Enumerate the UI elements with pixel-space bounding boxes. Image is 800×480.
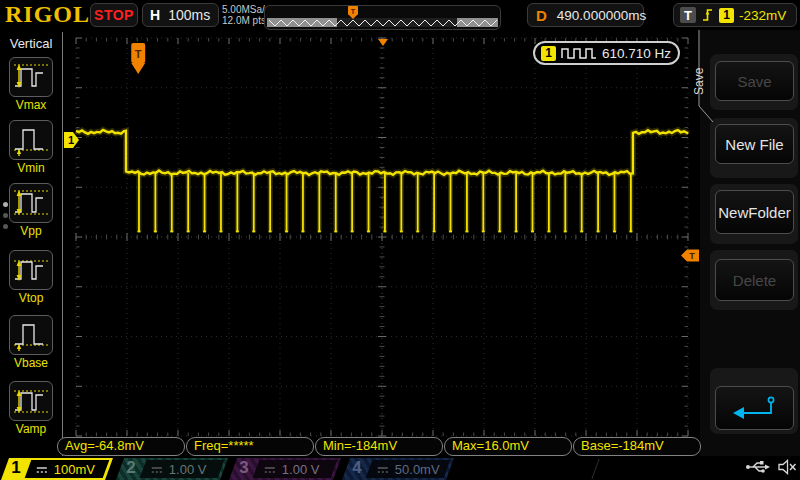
run-state-badge: STOP — [90, 3, 138, 27]
channel-scale: 100mV — [54, 462, 95, 477]
sidebar-item-label: Vpp — [0, 224, 62, 238]
channel-4-status[interactable]: 4 50.0mV — [342, 458, 454, 480]
channel-3-status[interactable]: 3 1.00 V — [229, 458, 341, 480]
svg-text:T: T — [351, 8, 356, 15]
channel-number: 4 — [352, 458, 361, 478]
graticule: TT1 — [64, 32, 700, 444]
run-state-text: STOP — [94, 7, 134, 23]
measurement-min: Min=-184mV — [315, 437, 443, 456]
vmax-icon — [9, 57, 53, 97]
vpp-icon — [9, 183, 53, 223]
svg-text:T: T — [135, 48, 142, 60]
sidebar-item-vmin[interactable]: Vmin — [0, 120, 62, 175]
frequency-counter: 1 610.710 Hz — [533, 41, 680, 65]
acquisition-info: 5.00MSa/s 12.0M pts — [222, 4, 270, 26]
sidebar-item-vmax[interactable]: Vmax — [0, 57, 62, 112]
vamp-icon — [9, 381, 53, 421]
sidebar-item-vpp[interactable]: Vpp — [0, 183, 62, 238]
rigol-logo: RIGOL — [5, 1, 90, 28]
dc-coupling-icon — [376, 464, 390, 474]
delay-prefix: D — [536, 7, 547, 24]
channel-scale-box: 1.00 V — [253, 460, 338, 478]
vmin-icon — [9, 120, 53, 160]
channel-1-status[interactable]: 1 100mV — [1, 458, 113, 480]
channel-number: 3 — [239, 458, 248, 478]
menu-back-button[interactable] — [715, 386, 794, 430]
timebase-value: 100ms — [168, 7, 210, 23]
system-status-icons — [745, 459, 797, 475]
vbase-icon — [9, 315, 53, 355]
new-folder-button[interactable]: NewFolder — [715, 190, 794, 234]
measurement-avg: Avg=-64.8mV — [57, 437, 185, 456]
measurement-base: Base=-184mV — [573, 437, 701, 456]
vtop-icon — [9, 250, 53, 290]
return-arrow-icon — [729, 393, 781, 423]
usb-icon — [745, 459, 771, 475]
trigger-level-value: -232mV — [739, 8, 786, 23]
channel-scale: 1.00 V — [169, 462, 207, 477]
measurement-freq: Freq=***** — [186, 437, 314, 456]
channel-scale-box: 50.0mV — [366, 460, 451, 478]
svg-text:1: 1 — [68, 134, 74, 146]
page-dot-2 — [3, 213, 8, 218]
channel-scale: 1.00 V — [282, 462, 320, 477]
timebase-prefix: H — [150, 7, 160, 23]
delay-value: 490.000000ms — [557, 8, 646, 23]
dc-coupling-icon — [263, 464, 277, 474]
channel-2-status[interactable]: 2 1.00 V — [116, 458, 228, 480]
rising-edge-icon — [701, 7, 714, 23]
sidebar-title: Vertical — [0, 36, 62, 51]
sidebar-item-vbase[interactable]: Vbase — [0, 315, 62, 370]
dc-coupling-icon — [35, 464, 49, 474]
sidebar-item-label: Vtop — [0, 291, 62, 305]
dc-coupling-icon — [150, 464, 164, 474]
oscilloscope-screen: RIGOL STOP H 100ms 5.00MSa/s 12.0M pts T… — [0, 0, 800, 480]
square-wave-icon — [561, 46, 597, 60]
sidebar-item-vamp[interactable]: Vamp — [0, 381, 62, 436]
memory-waveform-icon: T — [265, 6, 500, 29]
channel-scale-box: 1.00 V — [140, 460, 225, 478]
channel-scale: 50.0mV — [395, 462, 440, 477]
trigger-source-chip: 1 — [719, 8, 734, 23]
counter-channel-chip: 1 — [541, 46, 556, 61]
svg-text:T: T — [689, 251, 695, 261]
sidebar-item-label: Vamp — [0, 422, 62, 436]
trigger-info-box: T 1 -232mV — [673, 3, 797, 27]
speaker-muted-icon — [777, 459, 797, 475]
memory-depth: 12.0M pts — [222, 15, 270, 26]
channel-number: 1 — [11, 458, 20, 478]
horizontal-delay-box: D 490.000000ms — [527, 3, 644, 27]
trigger-prefix: T — [680, 7, 696, 23]
sidebar-item-label: Vmin — [0, 161, 62, 175]
channel-number: 2 — [126, 458, 135, 478]
page-dot-1 — [3, 202, 8, 207]
page-dot-3 — [3, 224, 8, 229]
counter-value: 610.710 Hz — [602, 46, 671, 61]
new-file-button[interactable]: New File — [715, 124, 794, 164]
sidebar-divider — [62, 32, 63, 456]
menu-tab-save: Save — [692, 56, 708, 106]
sidebar-item-label: Vmax — [0, 98, 62, 112]
timebase-box: H 100ms — [142, 3, 219, 27]
save-button[interactable]: Save — [715, 61, 794, 101]
delete-button[interactable]: Delete — [715, 259, 794, 301]
sidebar-item-label: Vbase — [0, 356, 62, 370]
measurement-max: Max=16.0mV — [444, 437, 572, 456]
channel-scale-box: 100mV — [25, 460, 110, 478]
sidebar-item-vtop[interactable]: Vtop — [0, 250, 62, 305]
memory-position-bar: T — [264, 5, 501, 30]
sample-rate: 5.00MSa/s — [222, 4, 270, 15]
